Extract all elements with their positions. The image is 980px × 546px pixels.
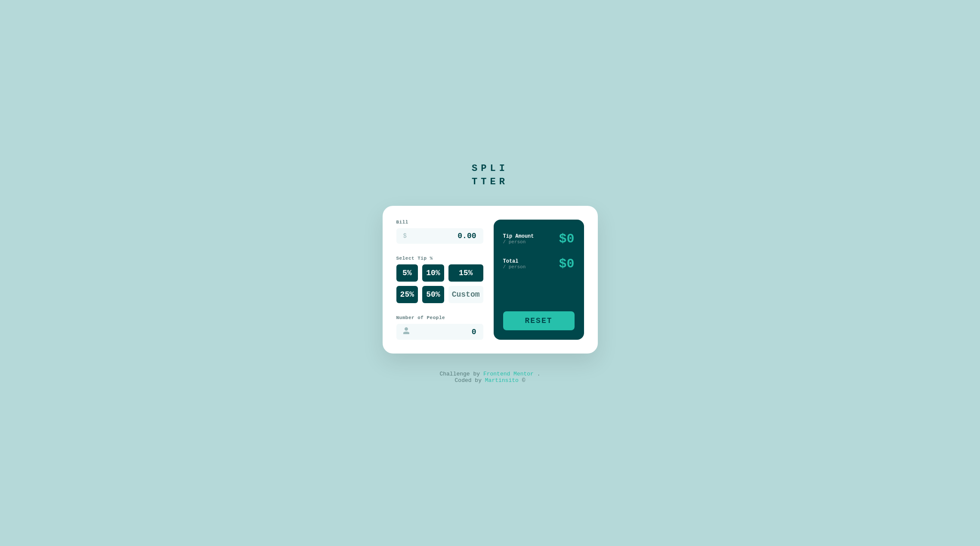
people-input[interactable] bbox=[409, 328, 476, 336]
tip-amount-label: Tip Amount bbox=[503, 233, 534, 239]
total-label-group: Total / person bbox=[503, 258, 526, 270]
bill-label: Bill bbox=[396, 220, 483, 225]
tip-label-group: Tip Amount / person bbox=[503, 233, 534, 245]
total-value: $0 bbox=[559, 257, 574, 271]
total-label: Total bbox=[503, 258, 526, 264]
tip-btn-15[interactable]: 15% bbox=[448, 264, 483, 282]
footer-challenge-text: Challenge by bbox=[439, 371, 480, 377]
tip-label: Select Tip % bbox=[396, 256, 483, 261]
main-card: Bill $ Select Tip % 5% 10% 15% 25% 50% C… bbox=[383, 206, 598, 354]
left-panel: Bill $ Select Tip % 5% 10% 15% 25% 50% C… bbox=[396, 220, 483, 340]
tip-btn-25[interactable]: 25% bbox=[396, 286, 418, 303]
right-panel: Tip Amount / person $0 Total / person $0… bbox=[494, 220, 584, 340]
footer-coded-text: Coded by bbox=[455, 377, 482, 384]
currency-symbol: $ bbox=[403, 233, 407, 239]
total-result-row: Total / person $0 bbox=[503, 257, 575, 271]
tip-btn-5[interactable]: 5% bbox=[396, 264, 418, 282]
tip-per-person-label: / person bbox=[503, 239, 534, 245]
reset-button[interactable]: RESET bbox=[503, 311, 575, 330]
results-section: Tip Amount / person $0 Total / person $0 bbox=[503, 232, 575, 271]
footer-challenge-link[interactable]: Frontend Mentor bbox=[483, 371, 534, 377]
people-label: Number of People bbox=[396, 315, 483, 320]
bill-field: Bill $ bbox=[396, 220, 483, 244]
tip-btn-50[interactable]: 50% bbox=[422, 286, 444, 303]
total-per-person-label: / person bbox=[503, 264, 526, 270]
bill-input[interactable] bbox=[410, 232, 476, 240]
bill-input-wrapper[interactable]: $ bbox=[396, 228, 483, 244]
tip-result-row: Tip Amount / person $0 bbox=[503, 232, 575, 246]
app-title: SPLI TTER bbox=[472, 162, 508, 189]
footer-icon: © bbox=[522, 377, 526, 384]
title-line1: SPLI bbox=[472, 162, 508, 176]
tip-btn-custom[interactable]: Custom bbox=[448, 286, 483, 303]
people-input-wrapper[interactable] bbox=[396, 324, 483, 340]
tip-grid: 5% 10% 15% 25% 50% Custom bbox=[396, 264, 483, 303]
tip-amount-value: $0 bbox=[559, 232, 574, 246]
person-icon bbox=[403, 327, 409, 336]
footer: Challenge by Frontend Mentor . Coded by … bbox=[439, 371, 540, 384]
footer-coded-link[interactable]: Martinsito bbox=[485, 377, 519, 384]
tip-section: Select Tip % 5% 10% 15% 25% 50% Custom bbox=[396, 256, 483, 303]
title-line2: TTER bbox=[472, 176, 508, 189]
tip-btn-10[interactable]: 10% bbox=[422, 264, 444, 282]
people-field: Number of People bbox=[396, 315, 483, 340]
